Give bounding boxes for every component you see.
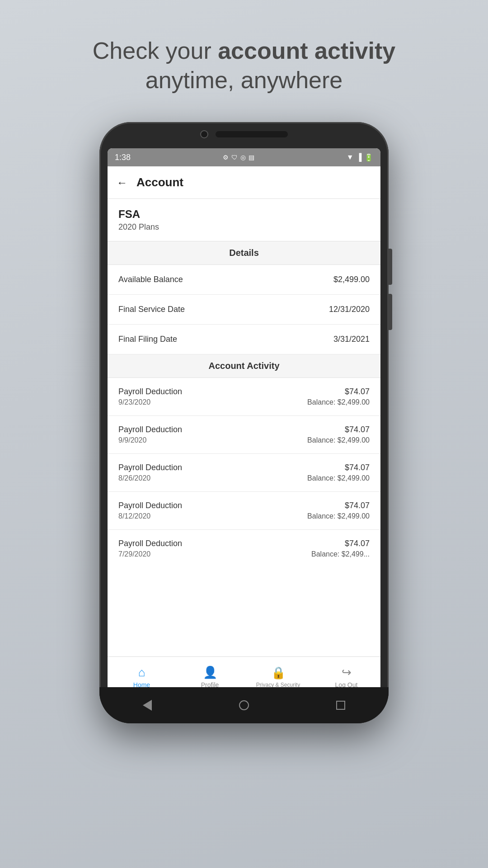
nav-item-profile[interactable]: 👤 Profile xyxy=(176,665,244,689)
volume-button-up xyxy=(389,249,392,285)
phone-device: 1:38 ⚙ 🛡 ◎ ▤ ▼ ▐ 🔋 ← Account xyxy=(99,122,389,791)
detail-row-balance: Available Balance $2,499.00 xyxy=(108,265,380,295)
tagline-bold: account activity xyxy=(218,38,395,64)
nav-item-home[interactable]: ⌂ Home xyxy=(108,665,176,689)
logout-icon: ↪ xyxy=(342,665,352,679)
camera-dot xyxy=(200,130,208,138)
activity-name-1: Payroll Deduction xyxy=(118,387,182,396)
app-header: ← Account xyxy=(108,166,380,199)
activity-amount-4: $74.07 xyxy=(345,501,370,510)
tagline: Check your account activity anytime, any… xyxy=(66,36,422,95)
battery-icon: 🔋 xyxy=(364,153,373,162)
activity-left-4: Payroll Deduction 8/12/2020 xyxy=(118,501,182,520)
detail-row-filing-date: Final Filing Date 3/31/2021 xyxy=(108,325,380,354)
filing-date-label: Final Filing Date xyxy=(118,335,177,344)
app-content[interactable]: FSA 2020 Plans Details Available Balance… xyxy=(108,199,380,656)
activity-amount-3: $74.07 xyxy=(345,463,370,472)
phone-top-bar xyxy=(200,130,288,138)
activity-row-1: Payroll Deduction 9/23/2020 $74.07 Balan… xyxy=(108,378,380,416)
phone-screen: 1:38 ⚙ 🛡 ◎ ▤ ▼ ▐ 🔋 ← Account xyxy=(108,148,380,697)
activity-amount-2: $74.07 xyxy=(345,425,370,434)
signal-icon: ▐ xyxy=(357,153,361,161)
settings-icon: ⚙ xyxy=(223,154,229,161)
shield-icon: 🛡 xyxy=(231,154,238,161)
balance-value: $2,499.00 xyxy=(333,275,370,284)
nav-item-logout[interactable]: ↪ Log Out xyxy=(312,665,380,689)
activity-date-4: 8/12/2020 xyxy=(118,512,182,520)
activity-name-4: Payroll Deduction xyxy=(118,501,182,510)
at-icon: ◎ xyxy=(240,154,246,161)
tagline-normal: Check your xyxy=(93,38,218,64)
balance-label: Available Balance xyxy=(118,275,183,284)
activity-date-3: 8/26/2020 xyxy=(118,474,182,482)
phone-shell: 1:38 ⚙ 🛡 ◎ ▤ ▼ ▐ 🔋 ← Account xyxy=(99,122,389,723)
status-icons: ⚙ 🛡 ◎ ▤ xyxy=(223,154,254,161)
activity-date-1: 9/23/2020 xyxy=(118,398,182,406)
activity-right-4: $74.07 Balance: $2,499.00 xyxy=(307,501,370,520)
status-right-icons: ▼ ▐ 🔋 xyxy=(347,153,373,162)
status-time: 1:38 xyxy=(115,153,131,162)
detail-row-service-date: Final Service Date 12/31/2020 xyxy=(108,295,380,325)
activity-name-3: Payroll Deduction xyxy=(118,463,182,472)
activity-balance-1: Balance: $2,499.00 xyxy=(307,398,370,406)
wifi-icon: ▼ xyxy=(347,153,354,161)
back-hardware-btn xyxy=(143,700,152,711)
activity-name-2: Payroll Deduction xyxy=(118,425,182,434)
tagline-line2: anytime, anywhere xyxy=(93,66,395,95)
activity-balance-5: Balance: $2,499... xyxy=(311,550,370,558)
activity-right-1: $74.07 Balance: $2,499.00 xyxy=(307,387,370,406)
activity-left-1: Payroll Deduction 9/23/2020 xyxy=(118,387,182,406)
status-bar: 1:38 ⚙ 🛡 ◎ ▤ ▼ ▐ 🔋 xyxy=(108,148,380,166)
phone-hardware-nav xyxy=(99,687,389,723)
sim-icon: ▤ xyxy=(249,154,254,161)
page-title: Account xyxy=(136,175,183,189)
activity-section-header: Account Activity xyxy=(108,354,380,378)
activity-row-3: Payroll Deduction 8/26/2020 $74.07 Balan… xyxy=(108,454,380,492)
activity-name-5: Payroll Deduction xyxy=(118,539,182,548)
speaker-grill xyxy=(216,131,288,137)
activity-left-2: Payroll Deduction 9/9/2020 xyxy=(118,425,182,444)
activity-left-5: Payroll Deduction 7/29/2020 xyxy=(118,539,182,558)
home-icon: ⌂ xyxy=(138,665,145,679)
home-hardware-btn xyxy=(239,700,249,710)
activity-balance-4: Balance: $2,499.00 xyxy=(307,512,370,520)
account-type: FSA xyxy=(118,208,370,221)
profile-icon: 👤 xyxy=(203,665,217,679)
recents-hardware-btn xyxy=(336,701,345,710)
volume-button-down xyxy=(389,294,392,330)
activity-right-2: $74.07 Balance: $2,499.00 xyxy=(307,425,370,444)
nav-item-privacy[interactable]: 🔒 Privacy & Security xyxy=(244,666,312,688)
activity-date-2: 9/9/2020 xyxy=(118,436,182,444)
activity-date-5: 7/29/2020 xyxy=(118,550,182,558)
privacy-icon: 🔒 xyxy=(271,666,286,680)
account-name-section: FSA 2020 Plans xyxy=(108,199,380,241)
filing-date-value: 3/31/2021 xyxy=(333,335,370,344)
service-date-label: Final Service Date xyxy=(118,305,185,314)
tagline-line1: Check your account activity xyxy=(93,36,395,66)
activity-row-2: Payroll Deduction 9/9/2020 $74.07 Balanc… xyxy=(108,416,380,454)
activity-left-3: Payroll Deduction 8/26/2020 xyxy=(118,463,182,482)
activity-row-4: Payroll Deduction 8/12/2020 $74.07 Balan… xyxy=(108,492,380,530)
activity-amount-5: $74.07 xyxy=(345,539,370,548)
activity-amount-1: $74.07 xyxy=(345,387,370,396)
account-year: 2020 Plans xyxy=(118,222,370,232)
service-date-value: 12/31/2020 xyxy=(329,305,370,314)
activity-right-3: $74.07 Balance: $2,499.00 xyxy=(307,463,370,482)
activity-balance-2: Balance: $2,499.00 xyxy=(307,436,370,444)
details-section-header: Details xyxy=(108,241,380,265)
activity-balance-3: Balance: $2,499.00 xyxy=(307,474,370,482)
activity-row-5: Payroll Deduction 7/29/2020 $74.07 Balan… xyxy=(108,530,380,567)
activity-right-5: $74.07 Balance: $2,499... xyxy=(311,539,370,558)
back-button[interactable]: ← xyxy=(117,176,127,189)
